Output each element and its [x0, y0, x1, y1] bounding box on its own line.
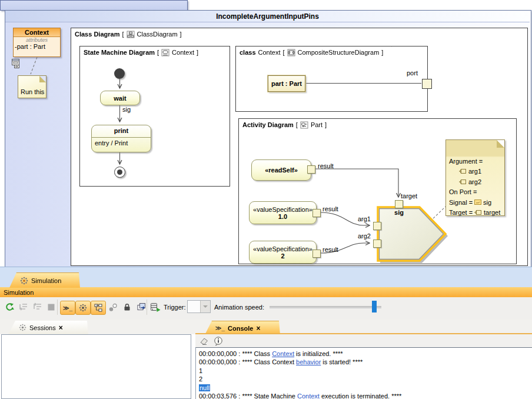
selected-text: null [199, 384, 210, 391]
result-pin-vs2[interactable] [312, 250, 321, 258]
run-this-text: Run this [21, 88, 44, 95]
target-pin[interactable] [395, 200, 403, 208]
arg1-label: arg1 [351, 215, 371, 222]
trigger-select[interactable] [187, 300, 211, 313]
console-line: null [199, 384, 532, 392]
screen: IncompleteArgumentInputPins Context attr… [0, 0, 532, 399]
tab-sessions[interactable]: Sessions × [8, 321, 88, 334]
console-line: 00:00:03,576 : **** State Machine Contex… [199, 392, 532, 399]
note-target-line: Target = target [446, 208, 504, 218]
state-print[interactable]: print entry / Print [91, 125, 151, 152]
signal-icon [474, 200, 481, 205]
step-into-button[interactable] [16, 301, 31, 314]
console-glyph: ≫_ [63, 305, 72, 311]
stop-button[interactable] [44, 301, 58, 314]
tab-sessions-label: Sessions [29, 324, 56, 331]
state-machine-frame[interactable] [79, 46, 230, 187]
frame-name: Context [258, 49, 281, 56]
state-machine-frame-header: State Machine Diagram [ Context ] [80, 46, 207, 58]
frame-kind: class [240, 49, 256, 56]
sessions-pane[interactable] [1, 334, 191, 399]
frame-title: Class Diagram [75, 31, 119, 38]
lock-button[interactable] [120, 301, 134, 314]
state-print-label: print [92, 125, 151, 138]
arg2-pin[interactable] [373, 240, 381, 248]
run-button[interactable] [2, 301, 16, 314]
clear-console-button[interactable] [200, 337, 209, 345]
frame-ref: ClassDiagram [137, 31, 178, 38]
final-node-dot [117, 169, 122, 175]
value-spec-value: 2 [281, 252, 284, 260]
value-spec-1-action[interactable]: «valueSpecification» 1.0 [249, 201, 317, 224]
console-line: 00:00:00,000 : **** Class Context is ini… [199, 350, 532, 358]
run-this-note[interactable]: Run this [18, 75, 46, 98]
note-signal-line: Signal = sig [446, 197, 504, 208]
console-link[interactable]: Context [272, 350, 294, 357]
frame-ref: CompositeStructureDiagram [298, 49, 380, 56]
arg2-label: arg2 [351, 232, 371, 240]
behavior-diagram-icon[interactable] [11, 58, 22, 69]
console-link[interactable]: Context [297, 393, 320, 399]
chevron-down-icon [203, 305, 208, 310]
result-label: result [318, 162, 334, 169]
page-title: IncompleteArgumentInputPins [216, 12, 319, 21]
state-print-entry: entry / Print [92, 138, 151, 147]
state-wait-label: wait [114, 95, 126, 102]
dropdown-arrow-button [200, 301, 210, 312]
target-label: target [401, 192, 417, 200]
result-pin-vs1[interactable] [312, 209, 321, 217]
send-signal-action-sig[interactable] [373, 197, 452, 266]
tree-icon [94, 304, 102, 312]
arg1-pin[interactable] [373, 222, 381, 230]
console-line: 00:00:00,000 : **** Class Context behavi… [199, 358, 532, 366]
trigger-server-icon-button[interactable] [148, 301, 162, 314]
info-button[interactable] [214, 336, 224, 346]
activity-frame-header: Activity Diagram [ Part ] [239, 119, 335, 131]
context-class-box[interactable]: Context attributes -part : Part [13, 28, 61, 57]
simulation-toggle-button[interactable] [75, 301, 91, 315]
value-spec-2-action[interactable]: «valueSpecification» 2 [249, 241, 317, 264]
trigger-select-value [188, 301, 200, 312]
class-diagram-frame-header: Class Diagram [ ClassDiagram ] [71, 28, 190, 40]
simulation-header-bar: Simulation [0, 287, 532, 298]
toolbar-separator [147, 300, 147, 315]
simulation-icon [79, 304, 87, 312]
activity-diagram-icon [300, 121, 308, 129]
transition-label[interactable]: sig [122, 106, 131, 113]
context-class-name: Context [14, 28, 60, 37]
state-wait[interactable]: wait [100, 91, 140, 105]
part-box[interactable]: part : Part [268, 75, 305, 92]
animation-speed-slider-handle[interactable] [372, 301, 377, 312]
result-pin-readself[interactable] [307, 165, 315, 174]
dock-background [0, 267, 532, 288]
annotation-note[interactable]: Argument = arg1 arg2 On Port = Signal = … [445, 139, 505, 216]
trigger-label: Trigger: [164, 304, 186, 311]
diagram-window-titlebar[interactable]: IncompleteArgumentInputPins [5, 11, 530, 22]
step-over-button[interactable] [31, 301, 45, 314]
close-sessions-tab[interactable]: × [59, 324, 63, 332]
value-spec-stereotype: «valueSpecification» [253, 206, 312, 213]
tab-simulation[interactable]: Simulation [9, 272, 80, 288]
console-line: 1 [199, 367, 532, 375]
result-label: result [322, 246, 338, 253]
read-self-action[interactable]: «readSelf» [251, 159, 311, 181]
console-toggle-button[interactable]: ≫_ [60, 301, 75, 315]
pin-icon [459, 179, 467, 185]
initial-node[interactable] [114, 68, 125, 79]
animation-speed-slider-track[interactable] [270, 306, 381, 309]
close-console-tab[interactable]: × [256, 324, 260, 332]
port-square[interactable] [422, 79, 432, 89]
console-link[interactable]: behavior [296, 358, 321, 365]
frame-ref: Part [311, 121, 322, 128]
port-label: port [407, 69, 418, 77]
variables-tree-toggle-button[interactable] [91, 301, 106, 315]
console-output[interactable]: 00:00:00,000 : **** Class Context is ini… [195, 347, 532, 399]
frame-title: Activity Diagram [242, 121, 294, 128]
breakpoints-button[interactable] [106, 301, 120, 314]
composite-structure-diagram-icon [287, 49, 295, 56]
note-arg1-line: arg1 [446, 167, 504, 177]
background-window-titlebar[interactable] [0, 0, 188, 11]
final-node[interactable] [114, 167, 125, 178]
note-fold [497, 140, 504, 148]
value-spec-stereotype: «valueSpecification» [253, 245, 312, 252]
